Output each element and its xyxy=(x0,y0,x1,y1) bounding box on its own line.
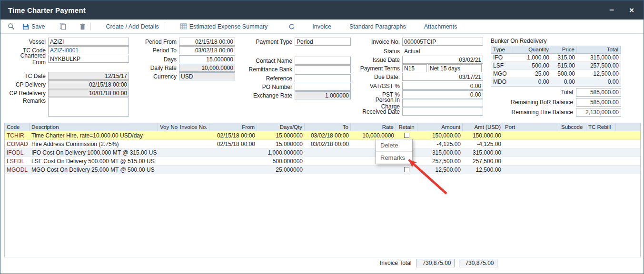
table-row[interactable]: LSFDL LSF Cost On Delivery 500.000 MT @ … xyxy=(5,157,640,166)
bunker-header-price: Price xyxy=(551,46,577,53)
standard-paragraphs-label: Standard Paragraphs xyxy=(349,23,406,30)
cell-to xyxy=(305,166,351,174)
grid-header-days-qty: Days/Qty xyxy=(257,123,305,131)
tc-code-input[interactable] xyxy=(48,46,129,54)
payment-type-input[interactable] xyxy=(295,38,351,46)
bunker-header-type: Type xyxy=(491,46,513,53)
bunker-row[interactable]: LSF 500.00 515.00 257,500.00 xyxy=(491,62,621,70)
table-row[interactable]: COMAD Hire Address Commission (2.75%) 02… xyxy=(5,140,640,148)
cell-voy-no xyxy=(158,166,178,174)
refresh-icon xyxy=(288,23,295,30)
cell-from xyxy=(209,166,257,174)
cp-delivery-input xyxy=(48,80,129,88)
invoice-total-label: Invoice Total xyxy=(380,260,412,266)
po-number-input[interactable] xyxy=(295,83,351,91)
days-input[interactable] xyxy=(179,55,235,63)
delete-button[interactable] xyxy=(76,20,89,33)
table-row[interactable]: MGODL MGO Cost On Delivery 25.000 MT @ 5… xyxy=(5,166,640,174)
copy-button[interactable] xyxy=(56,20,69,33)
due-date-input[interactable] xyxy=(402,73,483,81)
field-tc-date: TC Date xyxy=(7,72,129,80)
minimize-button[interactable]: − xyxy=(609,6,614,14)
field-cp-delivery: CP Delivery xyxy=(7,80,129,88)
context-menu-item-remarks[interactable]: Remarks xyxy=(376,151,412,164)
cell-tc-rebill xyxy=(586,140,616,148)
field-due-date: Due Date: xyxy=(358,73,483,81)
invoice-total-row: Invoice Total 730,875.00 730,875.00 xyxy=(380,259,497,267)
bunker-cell-price: 315.00 xyxy=(551,54,577,61)
retain-checkbox[interactable] xyxy=(404,133,409,138)
cell-subcode xyxy=(559,157,586,165)
cell-port xyxy=(503,140,559,148)
reference-label: Reference xyxy=(248,75,295,82)
payment-terms-desc-input[interactable] xyxy=(428,64,482,72)
field-daily-rate: Daily Rate xyxy=(141,64,235,72)
field-vessel: Vessel xyxy=(7,38,129,46)
bunker-cell-total: 315,000.00 xyxy=(577,54,621,61)
refresh-button[interactable] xyxy=(285,20,298,33)
cell-port xyxy=(503,148,559,157)
table-row[interactable]: TCHIR Time Charter Hire, rate=10,000.00 … xyxy=(5,131,640,140)
bunker-cell-type: MDO xyxy=(491,78,513,86)
period-from-input[interactable] xyxy=(179,38,235,46)
remarks-textarea[interactable] xyxy=(48,98,129,117)
field-issue-date: Issue Date xyxy=(358,56,483,64)
grid-header-description: Description xyxy=(30,123,158,131)
grid-header-amt-usd: Amt (USD) xyxy=(463,123,503,131)
payment-terms-code-input[interactable] xyxy=(402,64,427,72)
remittance-bank-input[interactable] xyxy=(295,65,351,73)
period-to-input[interactable] xyxy=(179,46,235,54)
remarks-label: Remarks xyxy=(7,98,48,104)
bunker-cell-price: 500.00 xyxy=(551,70,577,78)
tc-date-input xyxy=(48,72,129,80)
pst-input[interactable] xyxy=(402,90,483,98)
cell-tc-rebill xyxy=(586,148,616,157)
context-menu-item-delete[interactable]: Delete xyxy=(376,139,412,151)
received-date-input[interactable] xyxy=(402,108,483,116)
line-items-grid: Code Description Voy No. Invoice No. Fro… xyxy=(4,123,641,257)
estimated-expense-summary-button[interactable]: Estimated Expense Summary xyxy=(176,20,272,33)
bunker-cell-price: 0.00 xyxy=(551,78,577,86)
contact-name-input[interactable] xyxy=(295,57,351,65)
bunker-row[interactable]: MDO 0.00 0.00 0.00 xyxy=(491,78,621,86)
attachments-button[interactable]: Attachments xyxy=(420,20,461,33)
invoice-total-usd-value: 730,875.00 xyxy=(459,259,497,267)
create-add-details-button[interactable]: Create / Add Details xyxy=(102,20,163,33)
close-button[interactable]: × xyxy=(629,6,634,14)
retain-checkbox[interactable] xyxy=(404,167,409,172)
cell-to xyxy=(305,148,351,157)
cell-days-qty: 15.000000 xyxy=(257,131,305,139)
cell-voy-no xyxy=(158,140,178,148)
chartered-from-input[interactable] xyxy=(48,55,129,63)
bunker-cell-type: LSF xyxy=(491,62,513,69)
standard-paragraphs-button[interactable]: Standard Paragraphs xyxy=(345,20,410,33)
invoice-button[interactable]: Invoice xyxy=(308,20,336,33)
invoice-no-input[interactable] xyxy=(402,38,483,46)
exchange-rate-input xyxy=(295,91,351,99)
cell-code: MGODL xyxy=(5,166,30,174)
bunker-row[interactable]: MGO 25.00 500.00 12,500.00 xyxy=(491,70,621,78)
bunker-row[interactable]: IFO 1,000.00 315.00 315,000.00 xyxy=(491,54,621,62)
table-row[interactable]: IFODL IFO Cost On Delivery 1000.000 MT @… xyxy=(5,148,640,157)
cell-tc-rebill xyxy=(586,131,616,139)
issue-date-input[interactable] xyxy=(402,56,483,64)
cell-to: 03/02/18 00:00 xyxy=(305,140,351,148)
vessel-input[interactable] xyxy=(48,38,129,46)
cell-from xyxy=(209,157,257,165)
person-in-charge-input[interactable] xyxy=(402,99,483,107)
field-reference: Reference xyxy=(248,74,351,82)
vat-gst-input[interactable] xyxy=(402,82,483,90)
exchange-rate-label: Exchange Rate xyxy=(248,92,295,99)
cell-code: TCHIR xyxy=(5,131,30,139)
create-add-details-label: Create / Add Details xyxy=(106,23,159,30)
cell-retain xyxy=(396,131,417,139)
cell-voy-no xyxy=(158,157,178,165)
cell-amount: 257,500.00 xyxy=(417,157,463,165)
reference-input[interactable] xyxy=(295,74,351,82)
field-person-in-charge: Person In Charge xyxy=(358,99,483,107)
save-button[interactable]: Save xyxy=(18,20,50,33)
cp-redelivery-input xyxy=(48,89,129,97)
field-invoice-no: Invoice No. xyxy=(358,38,483,46)
search-button[interactable] xyxy=(4,20,18,33)
toolbar-separator xyxy=(165,22,165,30)
